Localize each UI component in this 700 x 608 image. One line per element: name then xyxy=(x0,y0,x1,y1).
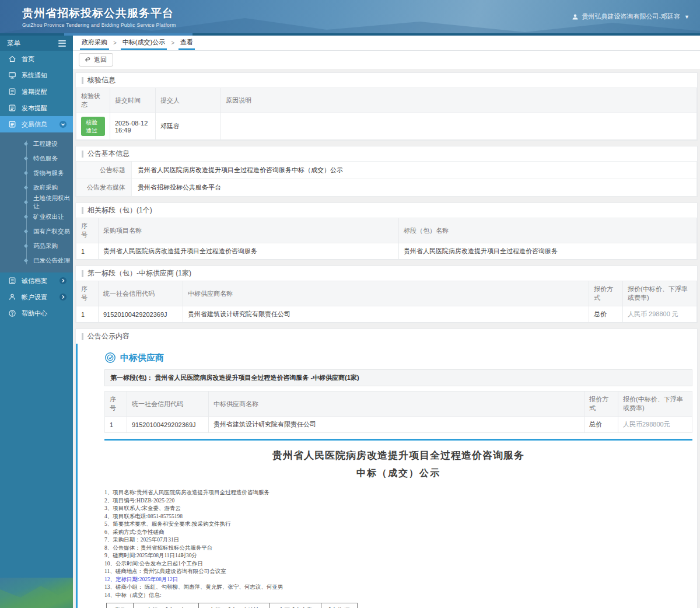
submitter: 邓廷容 xyxy=(156,113,221,140)
section-related-lots: 相关标段（包）(1个) 序号 采购项目名称 标段（包）名称 1 贵州省人民医院病… xyxy=(75,202,698,260)
sidebar-subitem-state-property[interactable]: 国有产权交易 xyxy=(0,224,73,239)
sidebar-subitem-published-announcements[interactable]: 已发公告处理 xyxy=(0,253,73,268)
quote-method: 总价 xyxy=(584,417,618,433)
breadcrumb-item-view[interactable]: 查看 xyxy=(178,36,195,50)
col-header: 报价方式 xyxy=(584,392,618,417)
sidebar-item-label: 系统通知 xyxy=(22,71,47,80)
credit-code: 91520100429202369J xyxy=(127,417,209,433)
col-header: 中标供应商名称 xyxy=(209,392,584,417)
sidebar-item-label: 交易信息 xyxy=(22,120,47,129)
diamond-bullet-icon xyxy=(24,142,28,146)
sidebar-item-label: 首页 xyxy=(22,55,34,64)
col-header: 中标供应商名称 xyxy=(183,281,589,306)
sidebar-subitem-drug-procurement[interactable]: 药品采购 xyxy=(0,239,73,253)
header-accent-strip xyxy=(0,33,700,36)
document-item-list: 1、项目名称:贵州省人民医院病房改造提升项目全过程造价咨询服务 2、项目编号:H… xyxy=(104,489,692,599)
announcement-title-value: 贵州省人民医院病房改造提升项目全过程造价咨询服务中标（成交）公示 xyxy=(132,162,697,179)
sidebar-subitem-engineering[interactable]: 工程建设 xyxy=(0,137,73,151)
submit-time: 2025-08-12 16:49 xyxy=(110,113,156,140)
related-lots-table: 序号 采购项目名称 标段（包）名称 1 贵州省人民医院病房改造提升项目全过程造价… xyxy=(76,218,697,260)
winning-supplier-heading: 中标供应商 xyxy=(104,352,692,364)
user-name: 贵州弘典建设咨询有限公司-邓廷容 xyxy=(582,12,680,21)
row-index: 1 xyxy=(76,306,99,323)
breadcrumb: 政府采购 > 中标(成交)公示 > 查看 xyxy=(73,36,700,51)
user-menu[interactable]: 贵州弘典建设咨询有限公司-邓廷容 ▼ xyxy=(572,12,700,21)
sidebar-item-label: 发布提醒 xyxy=(22,104,47,113)
sidebar-subitem-special-services[interactable]: 特色服务 xyxy=(0,151,73,166)
list-item: 11、磋商地点：贵州弘典建设咨询有限公司会议室 xyxy=(104,568,692,576)
table-row: 1 91520100429202369J 贵州省建筑设计研究院有限责任公司 总价… xyxy=(76,306,697,323)
col-header: 报价方式 xyxy=(589,281,623,306)
section-title: 核验信息 xyxy=(76,73,697,88)
section-title: 公告基本信息 xyxy=(76,146,697,161)
document-icon xyxy=(8,120,16,128)
sidebar-subitem-gov-procurement[interactable]: 政府采购 xyxy=(0,180,73,195)
col-header: 原因说明 xyxy=(221,88,697,113)
sidebar-item-label: 逾期提醒 xyxy=(22,88,47,96)
section-announcement-content: 公告公示内容 中标供应商 第一标段(包)： 贵州省人民医院病房改造提升项目全过程… xyxy=(75,329,698,608)
list-item: 10、公示时间:公告发布之日起1个工作日 xyxy=(104,560,692,568)
col-header: 报价(中标价、下浮率或费率) xyxy=(618,392,692,417)
app-root: 贵州省招标投标公共服务平台 GuiZhou Province Tendering… xyxy=(0,0,700,608)
back-arrow-icon xyxy=(84,57,91,64)
document-subtitle: 中标（成交）公示 xyxy=(104,467,692,480)
chevron-down-circle-icon xyxy=(59,120,67,128)
sidebar: 菜单 首页 系统通知 xyxy=(0,36,73,578)
app-subtitle: GuiZhou Province Tendering and Bidding P… xyxy=(22,22,176,28)
sidebar-item-credit-archives[interactable]: 诚信档案 xyxy=(0,272,73,289)
sidebar-subitem-mining-rights[interactable]: 矿业权出让 xyxy=(0,209,73,224)
col-header: 序号 xyxy=(107,603,134,608)
col-header: 提交人 xyxy=(156,88,221,113)
sidebar-subitem-goods-services[interactable]: 货物与服务 xyxy=(0,166,73,180)
toolbar: 返回 xyxy=(73,51,700,70)
field-label: 公告标题 xyxy=(76,162,132,179)
hamburger-icon[interactable] xyxy=(58,40,66,47)
main-content: 政府采购 > 中标(成交)公示 > 查看 返回 核验信息 xyxy=(73,36,700,608)
col-header: 报价(中标价、下浮率或费率) xyxy=(623,281,697,306)
list-item: 14、中标（成交）信息: xyxy=(104,592,692,600)
table-row: 公告标题 贵州省人民医院病房改造提升项目全过程造价咨询服务中标（成交）公示 xyxy=(76,162,697,179)
sidebar-item-transactions[interactable]: 交易信息 xyxy=(0,116,73,132)
project-name: 贵州省人民医院病房改造提升项目全过程造价咨询服务 xyxy=(99,243,399,260)
sidebar-submenu: 工程建设 特色服务 货物与服务 政府采购 土地使用权出让 矿业权出让 国有产权交… xyxy=(0,132,73,272)
sidebar-item-help-center[interactable]: 帮助中心 xyxy=(0,305,73,322)
list-item: 4、项目联系电话:0851-85755198 xyxy=(104,513,692,521)
sidebar-item-publish-reminder[interactable]: 发布提醒 xyxy=(0,100,73,116)
supplier-name: 贵州省建筑设计研究院有限责任公司 xyxy=(209,417,584,433)
diamond-bullet-icon xyxy=(24,186,28,190)
row-index: 1 xyxy=(76,243,99,260)
quote-price: 人民币 298800 元 xyxy=(623,306,697,323)
section-verification: 核验信息 核验状态 提交时间 提交人 原因说明 核验通过 2025-08-12 … xyxy=(75,72,698,141)
col-header: 提交时间 xyxy=(110,88,156,113)
col-header: 中标（成交）人 xyxy=(134,603,199,608)
section-first-lot-winner: 第一标段（包）-中标供应商 (1家) 序号 统一社会信用代码 中标供应商名称 报… xyxy=(75,265,698,323)
user-icon xyxy=(572,13,579,20)
award-detail-table: 序号 中标（成交）人 中标（成交）人地址 主要成交内容 成交价(元) 1 贵州省… xyxy=(106,603,358,608)
status-badge: 核验通过 xyxy=(81,117,105,136)
breadcrumb-item-award-announcement[interactable]: 中标(成交)公示 xyxy=(121,36,167,50)
sidebar-item-account-settings[interactable]: 帐户设置 xyxy=(0,289,73,305)
diamond-bullet-icon xyxy=(24,229,28,233)
list-item: 9、磋商时间:2025年08月11日14时30分 xyxy=(104,552,692,560)
sidebar-subitem-land-use[interactable]: 土地使用权出让 xyxy=(0,195,73,209)
sidebar-item-system-notice[interactable]: 系统通知 xyxy=(0,67,73,83)
question-circle-icon xyxy=(8,309,16,317)
section-title: 公告公示内容 xyxy=(76,329,697,344)
sidebar-item-overdue-reminder[interactable]: 逾期提醒 xyxy=(0,83,73,100)
supplier-name: 贵州省建筑设计研究院有限责任公司 xyxy=(183,306,589,323)
menu-label: 菜单 xyxy=(7,39,20,48)
sidebar-item-label: 帐户设置 xyxy=(22,293,47,302)
col-header: 序号 xyxy=(105,392,127,417)
app-title: 贵州省招标投标公共服务平台 xyxy=(22,6,176,21)
col-header: 采购项目名称 xyxy=(99,218,399,243)
list-item: 8、公告媒体：贵州省招标投标公共服务平台 xyxy=(104,544,692,553)
back-button[interactable]: 返回 xyxy=(79,53,113,67)
diamond-bullet-icon xyxy=(24,215,28,219)
sidebar-item-home[interactable]: 首页 xyxy=(0,51,73,67)
verification-table: 核验状态 提交时间 提交人 原因说明 核验通过 2025-08-12 16:49… xyxy=(76,88,697,140)
col-header: 主要成交内容 xyxy=(270,603,321,608)
breadcrumb-separator: > xyxy=(113,40,117,46)
document-title: 贵州省人民医院病房改造提升项目全过程造价咨询服务 xyxy=(104,449,692,462)
breadcrumb-item-gov-procurement[interactable]: 政府采购 xyxy=(80,36,109,50)
table-row: 公告发布媒体 贵州省招标投标公共服务平台 xyxy=(76,179,697,197)
